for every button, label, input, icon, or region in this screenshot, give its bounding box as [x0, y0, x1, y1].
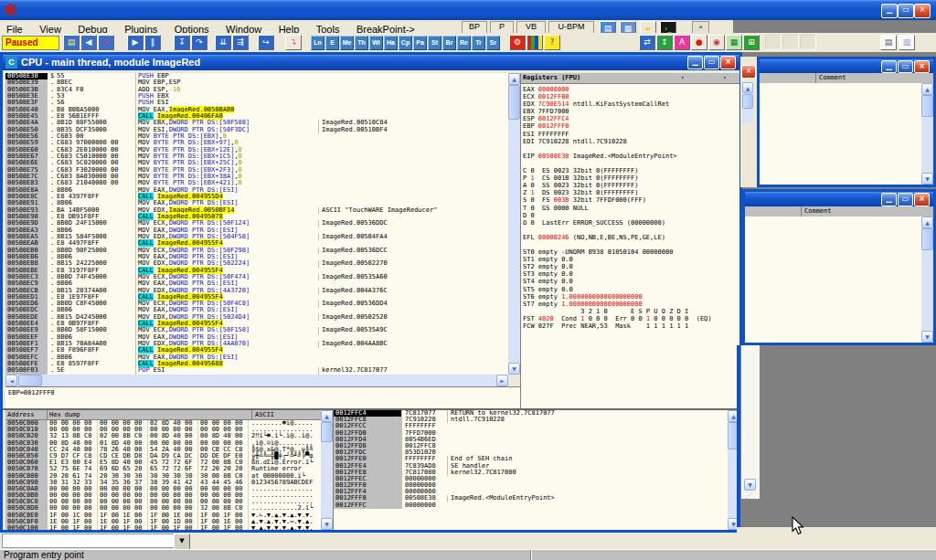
restart-icon[interactable]: ◀: [80, 35, 97, 50]
command-input[interactable]: [2, 534, 176, 548]
scroll-thumb[interactable]: [508, 85, 520, 120]
step-into-icon[interactable]: ↧: [174, 35, 190, 50]
register-line[interactable]: FST 4020 Cond 1 0 0 0 Err 0 0 1 0 0 0 0 …: [523, 315, 739, 322]
maximize-button[interactable]: ▭: [898, 193, 913, 206]
toolbar-pane-button-me[interactable]: Me: [340, 36, 354, 50]
toolbar-pane-button-e[interactable]: E: [325, 36, 339, 50]
toolbar-pane-button-re[interactable]: Re: [457, 36, 471, 50]
maximize-button[interactable]: ▭: [898, 60, 913, 73]
register-line[interactable]: D 0: [523, 212, 739, 219]
close-button[interactable]: ×: [914, 4, 931, 18]
toolbar-pane-button-ha[interactable]: Ha: [384, 36, 398, 50]
close-program-icon[interactable]: ×: [98, 35, 114, 50]
scroll-up-icon[interactable]: ▲: [921, 83, 933, 95]
stack-row[interactable]: 0012FFCCFFFFFFFF: [334, 423, 728, 429]
scroll-up-icon[interactable]: ▲: [508, 73, 520, 85]
register-line[interactable]: EBX 7FFD7000: [523, 108, 739, 115]
stack-row[interactable]: 0012FFEC00000000: [334, 476, 728, 482]
register-line[interactable]: EBP 0012FFF0: [523, 122, 739, 130]
scroll-down-icon[interactable]: ▼: [921, 173, 933, 185]
register-line[interactable]: ST0 empty -UNORM B938 01050104 00000000: [523, 248, 739, 256]
cpu-minimize-button[interactable]: ▁: [687, 56, 703, 69]
breakpoint-icon[interactable]: ●: [691, 35, 707, 50]
stack-row[interactable]: 0012FFE47C839AD8SE handler: [334, 463, 728, 470]
register-line[interactable]: ST4 empty 0.0: [523, 278, 739, 285]
toolbar-pane-button-tr[interactable]: Tr: [472, 36, 485, 50]
scroll-up-icon[interactable]: ▲: [742, 82, 753, 93]
scroll-thumb[interactable]: [321, 422, 333, 442]
stack-row[interactable]: 0012FFC47C817077RETURN to kernel32.7C817…: [334, 410, 728, 417]
disasm-row[interactable]: 00508E38$55PUSH EBP: [5, 73, 508, 79]
scroll-down-icon[interactable]: ▼: [921, 331, 933, 343]
help-icon[interactable]: ?: [544, 35, 560, 50]
toolbar-pane-button-cp[interactable]: Cp: [399, 36, 412, 50]
scroll-up-icon[interactable]: ▲: [321, 410, 333, 422]
animate-over-icon[interactable]: ⇶: [232, 35, 249, 50]
toolbar-pane-button-sr[interactable]: Sr: [486, 36, 500, 50]
run-icon[interactable]: ▶: [127, 35, 144, 50]
swap-icon[interactable]: ⇄: [639, 35, 655, 50]
dump-row[interactable]: 0050C1001F 00 1F 001F 00 1F 001F 00 1F 0…: [5, 525, 321, 530]
scroll-thumb[interactable]: [742, 94, 753, 109]
command-dropdown-icon[interactable]: ▼: [174, 534, 190, 550]
stack-row[interactable]: 0012FFD48054B6ED: [334, 437, 728, 443]
scroll-up-icon[interactable]: ▲: [921, 217, 933, 228]
stack-row[interactable]: 0012FFE87C817080kernel32.7C817080: [334, 470, 728, 476]
register-line[interactable]: EFL 00000246 (NO,NB,E,BE,NS,PE,GE,LE): [523, 234, 739, 241]
toolbar-pane-button-wi[interactable]: Wi: [369, 36, 383, 50]
update-icon[interactable]: ↕: [656, 35, 673, 50]
pane-nav-left-icon[interactable]: ‹: [681, 73, 685, 83]
register-line[interactable]: S 0 FS 003B 32bit 7FFDF000(FFF): [523, 196, 739, 204]
close-button[interactable]: ×: [914, 193, 930, 206]
scroll-down-icon[interactable]: ▼: [321, 518, 333, 530]
log-panel-icon[interactable]: ▤: [880, 35, 897, 50]
pause-icon[interactable]: ∥: [144, 35, 161, 50]
disasm-row[interactable]: 00508E8C.E8 4397F8FFCALL ImageRed.004955…: [5, 194, 508, 200]
register-line[interactable]: ESI FFFFFFFF: [523, 131, 739, 138]
disasm-row[interactable]: 00508EC3.8B0D 74F45000MOV ECX,DWORD PTR …: [5, 274, 508, 280]
toolbar-pane-button-br[interactable]: Br: [442, 36, 456, 50]
stack-row[interactable]: 0012FFFC00000000: [334, 502, 728, 509]
disasm-row[interactable]: 00508F03.5EPOP ESIkernel32.7C817077: [5, 367, 508, 374]
stack-row[interactable]: 0012FFD80012FFC8: [334, 443, 728, 449]
register-line[interactable]: ECX 0012FFB0: [523, 93, 739, 100]
register-line[interactable]: 3 2 1 0 E S P U O Z D I: [523, 308, 739, 315]
disasm-hscrollbar[interactable]: ◄ ►: [5, 375, 508, 386]
disasm-row[interactable]: 00508EF7.E8 F896F8FFCALL ImageRed.004955…: [5, 347, 508, 354]
register-line[interactable]: ST7 empty 1.0000000000000000000: [523, 301, 739, 308]
register-line[interactable]: EDI 7C910228 ntdll.7C910228: [523, 138, 739, 145]
hidden-window-scrollbar[interactable]: ▲: [742, 82, 753, 122]
stack-row[interactable]: 0012FFDC853D1020: [334, 449, 728, 456]
register-line[interactable]: EAX 00000000: [523, 86, 739, 93]
vscrollbar[interactable]: ▲ ▼: [921, 217, 933, 343]
run-to-return-icon[interactable]: ↪: [258, 35, 274, 50]
disasm-vscrollbar[interactable]: ▲ ▼: [508, 73, 520, 375]
restore-button[interactable]: ▭: [898, 4, 914, 18]
minimize-button[interactable]: ▁: [881, 60, 897, 73]
close-button[interactable]: ×: [914, 60, 930, 73]
toolbar-pane-button-ln[interactable]: Ln: [311, 36, 324, 50]
u-bpm-button[interactable]: U-BPM: [548, 21, 594, 34]
register-line[interactable]: T 0 GS 0000 NULL: [523, 205, 739, 212]
scroll-thumb[interactable]: [921, 228, 933, 250]
register-line[interactable]: Z 1 DS 0023 32bit 0(FFFFFFFF): [523, 189, 739, 196]
disasm-row[interactable]: 00508E3E.53PUSH EBX: [5, 93, 508, 100]
list-body[interactable]: [760, 83, 921, 185]
toolbar-pane-button-pa[interactable]: Pa: [413, 36, 427, 50]
register-line[interactable]: C 0 ES 0023 32bit 0(FFFFFFFF): [523, 167, 739, 174]
hidden-window-close-button[interactable]: ×: [741, 65, 756, 79]
dump-pane[interactable]: AddressHex dumpASCII 0050C00000 00 00 00…: [5, 410, 321, 530]
minimize-button[interactable]: ▁: [881, 4, 898, 18]
memory-map-icon[interactable]: ▦: [726, 35, 742, 50]
disassembly-pane[interactable]: 00508E38$55PUSH EBP00508E39.8BECMOV EBP,…: [5, 73, 508, 375]
scroll-thumb[interactable]: [921, 95, 933, 117]
register-line[interactable]: ST6 empty 1.0000000000000000000: [523, 293, 739, 301]
scroll-down-icon[interactable]: ▼: [508, 363, 520, 375]
settings-gear-icon[interactable]: ⚙: [509, 35, 526, 50]
register-line[interactable]: [523, 145, 739, 153]
toolbar-pane-button-th[interactable]: Th: [355, 36, 368, 50]
disasm-row[interactable]: 00508EB0.8B0D 98F25000MOV ECX,DWORD PTR …: [5, 248, 508, 254]
disasm-row[interactable]: 00508E9D.8B0D 24F15000MOV ECX,DWORD PTR …: [5, 220, 508, 227]
open-file-icon[interactable]: ▤: [63, 35, 80, 50]
dump-vscrollbar[interactable]: ▲ ▼: [321, 410, 333, 530]
